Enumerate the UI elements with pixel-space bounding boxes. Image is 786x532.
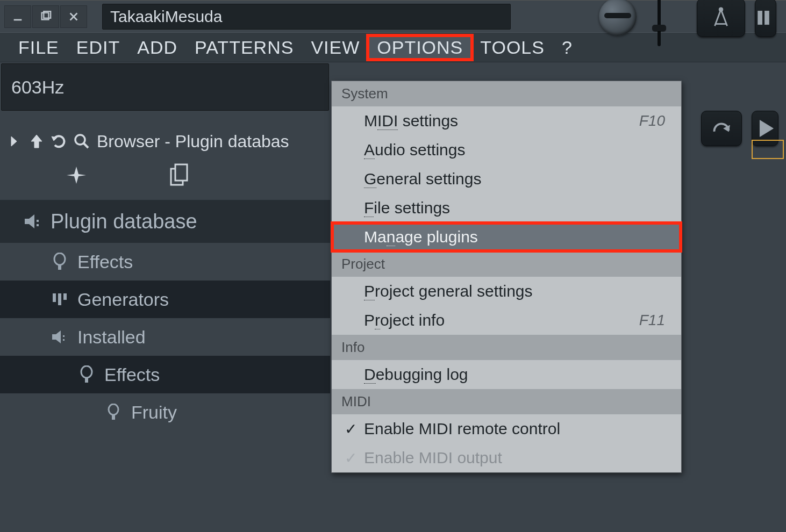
- generator-icon: [48, 292, 71, 306]
- plugin-icon: [102, 404, 125, 421]
- menu-debugging-log[interactable]: Debugging log: [332, 360, 681, 389]
- svg-point-20: [109, 404, 118, 415]
- close-button[interactable]: [60, 5, 87, 28]
- undo-icon[interactable]: [49, 132, 69, 151]
- menu-manage-plugins[interactable]: Manage plugins: [332, 222, 681, 251]
- menu-project-info[interactable]: Project info F11: [332, 306, 681, 335]
- menu-options[interactable]: OPTIONS: [368, 36, 471, 59]
- svg-point-3: [719, 7, 723, 11]
- dropdown-section-midi: MIDI: [332, 389, 681, 414]
- svg-point-18: [81, 366, 92, 378]
- menu-general-settings[interactable]: General settings: [332, 164, 681, 193]
- minimize-button[interactable]: [4, 5, 31, 28]
- menu-view[interactable]: VIEW: [302, 36, 368, 59]
- tree-installed[interactable]: Installed: [0, 318, 330, 356]
- menu-enable-midi-remote[interactable]: ✓ Enable MIDI remote control: [332, 414, 681, 443]
- menu-project-general-settings[interactable]: Project general settings: [332, 277, 681, 306]
- svg-rect-8: [175, 164, 187, 181]
- tree-label: Effects: [104, 364, 160, 385]
- menu-audio-settings[interactable]: Audio settings: [332, 135, 681, 164]
- svg-rect-15: [63, 293, 67, 300]
- tree-generators[interactable]: Generators: [0, 281, 330, 318]
- check-icon: ✓: [345, 449, 357, 467]
- up-arrow-icon[interactable]: [27, 132, 46, 151]
- menu-file[interactable]: FILE: [10, 36, 68, 59]
- menu-edit[interactable]: EDIT: [68, 36, 128, 59]
- svg-rect-17: [63, 339, 65, 341]
- dropdown-section-system: System: [332, 81, 681, 106]
- menu-enable-midi-output[interactable]: ✓ Enable MIDI output: [332, 443, 681, 472]
- master-pitch-knob[interactable]: [599, 0, 637, 35]
- window-controls: [0, 5, 91, 28]
- svg-rect-5: [764, 11, 769, 24]
- menu-tools[interactable]: TOOLS: [471, 36, 553, 59]
- svg-rect-19: [85, 377, 88, 383]
- shortcut-label: F10: [639, 112, 665, 130]
- tree-label: Effects: [77, 251, 133, 272]
- copy-icon[interactable]: [169, 163, 190, 189]
- wait-input-button[interactable]: [755, 0, 776, 37]
- menu-patterns[interactable]: PATTERNS: [186, 36, 302, 59]
- speaker-icon: [48, 329, 71, 344]
- project-title-input[interactable]: TakaakiMesuda: [102, 4, 511, 30]
- tree-label: Generators: [77, 289, 169, 310]
- metronome-button[interactable]: [697, 0, 745, 37]
- hint-bar: 603Hz: [1, 63, 329, 111]
- titlebar: TakaakiMesuda: [0, 0, 786, 32]
- menu-help[interactable]: ?: [553, 36, 581, 59]
- svg-rect-10: [37, 224, 39, 226]
- tree-label: Plugin database: [51, 210, 197, 233]
- tree-fruity[interactable]: Fruity: [0, 393, 330, 431]
- search-icon[interactable]: [72, 132, 91, 151]
- browser-sub-toolbar: [0, 160, 330, 192]
- svg-point-11: [54, 253, 65, 265]
- options-dropdown: System MIDI settings F10 Audio settings …: [331, 81, 682, 473]
- master-volume-slider[interactable]: [653, 0, 666, 46]
- svg-point-6: [75, 135, 85, 145]
- tree-label: Fruity: [131, 402, 177, 423]
- svg-rect-14: [58, 293, 61, 305]
- tree-plugin-database[interactable]: Plugin database: [0, 200, 330, 243]
- svg-rect-0: [14, 19, 22, 20]
- browser-header: Browser - Plugin databas: [0, 123, 330, 160]
- menu-midi-settings[interactable]: MIDI settings F10: [332, 106, 681, 135]
- svg-rect-21: [112, 414, 115, 420]
- speaker-icon: [22, 213, 44, 229]
- sparkle-icon[interactable]: [65, 166, 88, 187]
- maximize-button[interactable]: [32, 5, 59, 28]
- svg-rect-16: [63, 335, 65, 337]
- play-button[interactable]: [752, 111, 778, 146]
- dropdown-section-info: Info: [332, 335, 681, 360]
- plugin-icon: [48, 253, 71, 271]
- svg-rect-9: [37, 220, 39, 222]
- svg-rect-13: [53, 293, 56, 302]
- svg-rect-12: [58, 264, 61, 270]
- browser-title: Browser - Plugin databas: [97, 132, 289, 152]
- collapse-icon[interactable]: [4, 132, 24, 151]
- dropdown-section-project: Project: [332, 251, 681, 277]
- plugin-icon: [75, 365, 98, 384]
- tree-label: Installed: [77, 327, 146, 348]
- tree-effects[interactable]: Effects: [0, 243, 330, 281]
- svg-rect-4: [758, 11, 762, 24]
- redo-button[interactable]: [701, 111, 742, 146]
- browser-tree: Plugin database Effects Generators Insta…: [0, 192, 330, 431]
- menu-file-settings[interactable]: File settings: [332, 193, 681, 222]
- shortcut-label: F11: [639, 312, 665, 329]
- check-icon: ✓: [345, 420, 357, 438]
- menu-add[interactable]: ADD: [128, 36, 186, 59]
- tree-installed-effects[interactable]: Effects: [0, 356, 330, 393]
